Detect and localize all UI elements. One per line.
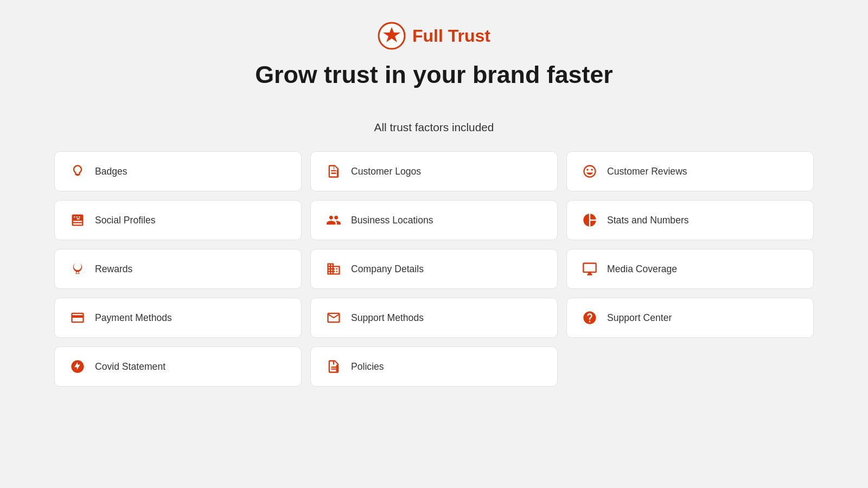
payment-methods-label: Payment Methods: [95, 312, 172, 324]
stats-icon: [582, 213, 597, 228]
badges-icon: [70, 164, 85, 179]
card-support-center[interactable]: Support Center: [566, 298, 814, 338]
media-coverage-label: Media Coverage: [607, 264, 677, 275]
customer-logos-label: Customer Logos: [351, 166, 421, 177]
brand-name: Full Trust: [412, 26, 490, 46]
card-support-methods[interactable]: Support Methods: [310, 298, 558, 338]
card-policies[interactable]: Policies: [310, 346, 558, 387]
rewards-icon: [70, 261, 85, 277]
policies-label: Policies: [351, 361, 384, 373]
brand-name-part1: Full: [412, 26, 448, 46]
support-methods-icon: [326, 310, 341, 325]
customer-reviews-label: Customer Reviews: [607, 166, 687, 177]
customer-reviews-icon: [582, 164, 597, 179]
media-coverage-icon: [582, 261, 597, 277]
header: Full Trust: [378, 22, 490, 50]
business-locations-label: Business Locations: [351, 215, 433, 226]
card-company-details[interactable]: Company Details: [310, 249, 558, 289]
hero-title: Grow trust in your brand faster: [255, 61, 613, 88]
stats-numbers-label: Stats and Numbers: [607, 215, 689, 226]
covid-statement-label: Covid Statement: [95, 361, 165, 373]
section-subtitle: All trust factors included: [374, 121, 494, 134]
app-logo-icon: [378, 22, 406, 50]
policies-icon: [326, 359, 341, 374]
features-grid: Badges Customer Logos Customer Reviews S…: [54, 151, 814, 387]
social-profiles-icon: [70, 213, 85, 228]
support-center-icon: [582, 310, 597, 325]
card-social-profiles[interactable]: Social Profiles: [54, 200, 302, 240]
card-business-locations[interactable]: Business Locations: [310, 200, 558, 240]
brand-name-part2: Trust: [448, 26, 490, 46]
card-media-coverage[interactable]: Media Coverage: [566, 249, 814, 289]
social-profiles-label: Social Profiles: [95, 215, 155, 226]
support-center-label: Support Center: [607, 312, 672, 324]
card-stats-numbers[interactable]: Stats and Numbers: [566, 200, 814, 240]
business-locations-icon: [326, 213, 341, 228]
covid-icon: [70, 359, 85, 374]
support-methods-label: Support Methods: [351, 312, 424, 324]
card-badges[interactable]: Badges: [54, 151, 302, 191]
card-customer-reviews[interactable]: Customer Reviews: [566, 151, 814, 191]
card-payment-methods[interactable]: Payment Methods: [54, 298, 302, 338]
card-covid-statement[interactable]: Covid Statement: [54, 346, 302, 387]
company-details-icon: [326, 261, 341, 277]
badges-label: Badges: [95, 166, 127, 177]
rewards-label: Rewards: [95, 264, 132, 275]
payment-methods-icon: [70, 310, 85, 325]
company-details-label: Company Details: [351, 264, 424, 275]
customer-logos-icon: [326, 164, 341, 179]
card-customer-logos[interactable]: Customer Logos: [310, 151, 558, 191]
card-rewards[interactable]: Rewards: [54, 249, 302, 289]
